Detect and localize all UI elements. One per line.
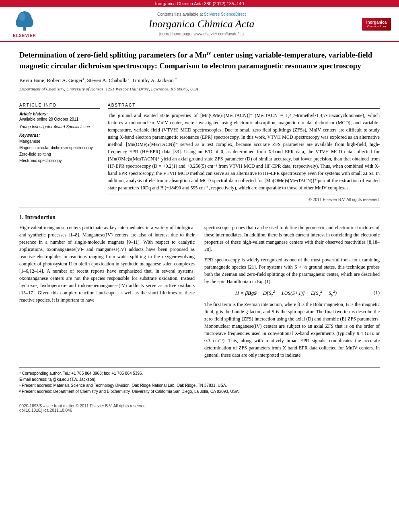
- doi-line: doi:10.1016/j.ica.2011.10.046: [19, 408, 380, 413]
- journal-center: Contents lists available at SciVerse Sci…: [47, 12, 356, 36]
- article-info-heading: ARTICLE INFO: [19, 103, 100, 109]
- divider-2: [19, 207, 380, 208]
- intro-left-para1: High-valent manganese centers participat…: [19, 224, 195, 304]
- footnote-2: ² Present address: Department of Chemist…: [19, 388, 380, 394]
- keywords-label: Keywords:: [19, 133, 100, 138]
- abstract-text: The ground and excited state properties …: [108, 112, 380, 191]
- abstract-heading: ABSTRACT: [108, 103, 380, 109]
- right-col: ABSTRACT The ground and excited state pr…: [108, 103, 380, 202]
- content-area: Determination of zero-field splitting pa…: [0, 42, 399, 421]
- footnotes-area: * Corresponding author. Tel.: +1 785 864…: [19, 368, 380, 394]
- journal-logo-right: Inorganica Chimica Acta: [360, 18, 393, 31]
- keyword-1: Manganese: [19, 138, 100, 145]
- journal-header: ELSEVIER Contents lists available at Sci…: [0, 7, 399, 42]
- keywords-list: Manganese Magnetic circular dichroism sp…: [19, 138, 100, 164]
- logo-subtitle: Chimica Acta: [365, 25, 388, 28]
- intro-right-para1: spectroscopic probes that can be used to…: [204, 224, 380, 253]
- affiliation-line: Department of Chemistry, University of K…: [19, 86, 380, 91]
- citation-text: Inorganica Chimica Acta 380 (2012) 135–1…: [155, 1, 244, 6]
- history-label: Article history:: [19, 112, 100, 116]
- equation-1: H = βBgS + D[Sz2 − 1/3S(S+1)] + E(Sx2 − …: [204, 289, 380, 297]
- keyword-4: Electronic spectroscopy: [19, 158, 100, 164]
- svg-point-5: [19, 13, 25, 21]
- elsevier-tree-icon: [12, 10, 37, 33]
- intro-right-para3: The first term is the Zeeman interaction…: [204, 301, 380, 359]
- homepage-line: journal homepage: www.elsevier.com/locat…: [47, 32, 356, 36]
- special-issue: Young Investigator Award Special Issue: [19, 125, 100, 129]
- article-title: Determination of zero-field splitting pa…: [19, 50, 380, 71]
- body-right-col: spectroscopic probes that can be used to…: [204, 224, 380, 362]
- issn-line: 0020-1693/$ – see front matter © 2011 El…: [19, 404, 380, 408]
- equation-text: H = βBgS + D[Sz2 − 1/3S(S+1)] + E(Sx2 − …: [235, 290, 337, 296]
- copyright-line: © 2011 Elsevier B.V. All rights reserved…: [108, 195, 380, 202]
- bottom-bar: 0020-1693/$ – see front matter © 2011 El…: [19, 401, 380, 413]
- svg-point-4: [25, 18, 33, 27]
- divider-1: [19, 97, 380, 97]
- elsevier-text: ELSEVIER: [13, 33, 36, 38]
- footnote-email: E-mail address: taj@ku.edu (T.A. Jackson…: [19, 376, 380, 382]
- body-left-col: High-valent manganese centers participat…: [19, 224, 195, 362]
- keyword-2: Magnetic circular dichroism spectroscopy: [19, 145, 100, 151]
- footnote-1: ¹ Present address: Materials Science and…: [19, 382, 380, 388]
- authors-line: Kevin Bane, Robert A. Geiger1, Steven A.…: [19, 77, 380, 84]
- journal-citation-bar: Inorganica Chimica Acta 380 (2012) 135–1…: [0, 0, 399, 7]
- history-value: Available online 20 October 2011: [19, 117, 100, 121]
- article-info-abstract: ARTICLE INFO Article history: Available …: [19, 103, 380, 202]
- corresponding-star: *: [175, 77, 177, 81]
- body-two-col: High-valent manganese centers participat…: [19, 224, 380, 362]
- journal-logo-box: Inorganica Chimica Acta: [362, 18, 391, 31]
- footnote-star: * Corresponding author. Tel.: +1 785 864…: [19, 370, 380, 376]
- sciverse-link: SciVerse ScienceDirect: [204, 12, 246, 16]
- equation-number: (1): [368, 290, 380, 296]
- keyword-3: Zero-field splitting: [19, 151, 100, 158]
- intro-right-para2: EPR spectroscopy is widely recognized as…: [204, 256, 380, 285]
- elsevier-logo: ELSEVIER: [6, 10, 43, 38]
- journal-name: Inorganica Chimica Acta: [47, 18, 356, 30]
- logo-title: Inorganica: [365, 20, 388, 25]
- sciverse-line: Contents lists available at SciVerse Sci…: [47, 12, 356, 16]
- introduction-heading: 1. Introduction: [19, 214, 380, 221]
- left-col: ARTICLE INFO Article history: Available …: [19, 103, 100, 202]
